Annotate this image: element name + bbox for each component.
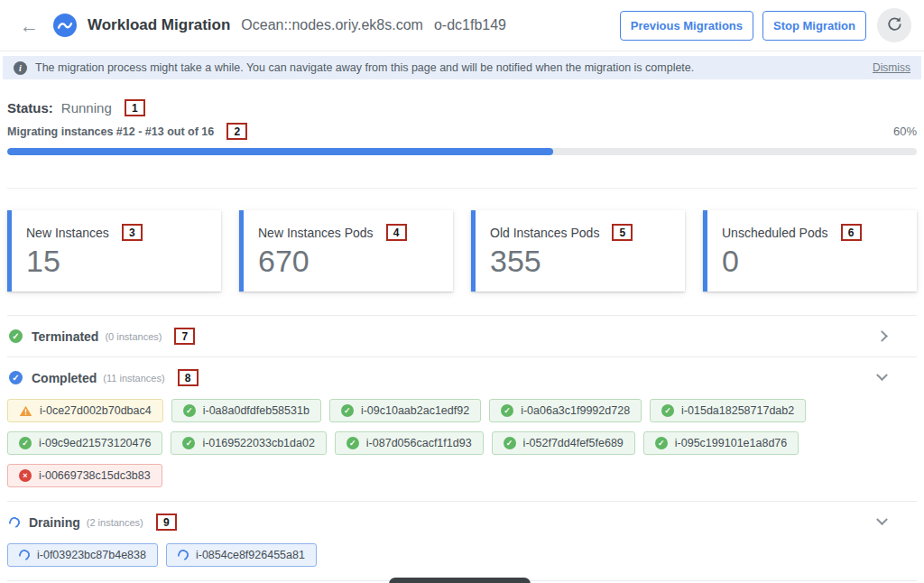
section-title: Draining (29, 515, 80, 530)
section-count: (11 instances) (103, 373, 164, 384)
banner-message: The migration process might take a while… (35, 61, 694, 74)
instance-chip[interactable]: ✓i-0a06a3c1f9992d728 (489, 399, 642, 422)
instance-id: i-0854ce8f926455a81 (196, 549, 305, 561)
instance-chip[interactable]: ✓i-087d056cacf1f1d93 (335, 431, 484, 455)
instance-chip[interactable]: ×i-00669738c15dc3b83 (7, 464, 162, 487)
check-circle-icon: ✓ (501, 404, 513, 417)
status-value: Running (61, 100, 112, 116)
previous-migrations-button[interactable]: Previous Migrations (620, 11, 753, 41)
page-title: Workload Migration (88, 16, 230, 34)
dismiss-link[interactable]: Dismiss (873, 61, 910, 74)
instance-chip[interactable]: ✓i-095c199101e1a8d76 (643, 431, 799, 455)
section-header-completed[interactable]: ✓Completed(11 instances)8 (7, 357, 917, 398)
error-circle-icon: × (19, 469, 32, 482)
instance-id: i-0f03923bc87b4e838 (37, 549, 146, 561)
progress-percent: 60% (893, 125, 917, 138)
progress-fill (7, 148, 553, 155)
annotation-marker-2: 2 (226, 123, 247, 140)
check-circle-icon: ✓ (655, 437, 668, 449)
chevron-right-icon[interactable] (876, 330, 888, 342)
stat-card: New Instances315 (7, 210, 221, 292)
spinner-icon (9, 517, 20, 528)
instance-chip[interactable]: i-0ce27d002b70dbac4 (7, 399, 163, 422)
status-label: Status: (7, 100, 53, 116)
instance-id: i-09c9ed21573120476 (39, 437, 151, 449)
annotation-marker: 3 (122, 224, 143, 241)
stat-cards-row: New Instances315New Instances Pods4670Ol… (7, 210, 917, 292)
section-title: Completed (32, 371, 97, 385)
instance-chip[interactable]: ✓i-09c10aab2ac1edf92 (329, 399, 481, 422)
check-circle-icon: ✓ (19, 437, 32, 449)
section-header-terminated[interactable]: ✓Terminated(0 instances)7 (7, 316, 917, 356)
section-count: (2 instances) (87, 517, 143, 528)
header: ← Workload Migration Ocean::nodes.oriy.e… (0, 0, 924, 51)
check-green-icon: ✓ (9, 329, 23, 343)
annotation-marker: 4 (386, 224, 407, 241)
section-count: (0 instances) (105, 331, 162, 342)
refresh-icon (886, 15, 903, 35)
stat-card-value: 15 (26, 245, 207, 278)
check-circle-icon: ✓ (504, 437, 516, 449)
annotation-marker: 7 (174, 328, 195, 345)
stop-migration-button[interactable]: Stop Migration (762, 11, 866, 41)
stat-card-label: Unscheduled Pods (722, 226, 828, 240)
instance-chip[interactable]: ✓i-015da18258717dab2 (650, 399, 806, 422)
check-circle-icon: ✓ (341, 404, 354, 417)
migration-detail-row: Migrating instances #12 - #13 out of 16 … (7, 123, 917, 140)
instance-id: i-0169522033cb1da02 (202, 437, 314, 449)
stat-card-value: 0 (722, 245, 902, 278)
status-row: Status: Running 1 (7, 99, 917, 116)
instance-chip-list: i-0f03923bc87b4e838i-0854ce8f926455a81 (7, 542, 917, 580)
section-title: Terminated (32, 329, 98, 344)
annotation-marker: 8 (178, 369, 199, 386)
instance-chip[interactable]: i-0f03923bc87b4e838 (7, 543, 158, 567)
section-divider (7, 188, 917, 189)
annotation-marker: 6 (841, 224, 862, 241)
section-completed: ✓Completed(11 instances)8i-0ce27d002b70d… (7, 356, 917, 501)
back-arrow-icon[interactable]: ← (20, 16, 39, 35)
stat-card-value: 355 (490, 245, 670, 278)
instance-chip[interactable]: ✓i-09c9ed21573120476 (7, 431, 162, 455)
spinner-icon (19, 550, 30, 560)
migration-id: o-dc1fb149 (434, 17, 506, 33)
check-circle-icon: ✓ (183, 404, 196, 417)
instance-id: i-0a06a3c1f9992d728 (521, 404, 630, 417)
warning-triangle-icon (19, 404, 32, 418)
instance-id: i-09c10aab2ac1edf92 (361, 404, 469, 417)
section-draining: Draining(2 instances)9i-0f03923bc87b4e83… (7, 501, 917, 580)
stat-card-label: New Instances (26, 226, 109, 240)
stat-card: Old Instances Pods5355 (471, 210, 685, 292)
instance-chip[interactable]: i-0854ce8f926455a81 (166, 543, 317, 567)
check-circle-icon: ✓ (661, 404, 674, 417)
info-icon: i (14, 61, 27, 75)
chevron-down-icon[interactable] (876, 369, 888, 381)
notification-banner: i The migration process might take a whi… (3, 56, 921, 79)
progress-bar (7, 148, 917, 155)
cluster-name: Ocean::nodes.oriy.ek8s.com (241, 17, 423, 33)
annotation-marker: 5 (612, 224, 633, 241)
check-circle-icon: ✓ (182, 437, 195, 449)
instance-id: i-095c199101e1a8d76 (675, 437, 787, 449)
instance-id: i-0a8a0dfdfeb58531b (203, 404, 310, 417)
partial-tooltip (389, 578, 531, 583)
sections: ✓Terminated(0 instances)7✓Completed(11 i… (7, 315, 917, 583)
annotation-marker-1: 1 (125, 99, 145, 116)
ocean-logo-icon (53, 14, 77, 37)
stat-card-value: 670 (258, 245, 439, 278)
instance-chip[interactable]: ✓i-0169522033cb1da02 (171, 431, 326, 455)
instance-id: i-015da18258717dab2 (681, 404, 794, 417)
refresh-button[interactable] (877, 8, 911, 42)
stat-card-label: Old Instances Pods (490, 226, 599, 240)
chevron-down-icon[interactable] (876, 514, 888, 525)
section-terminated: ✓Terminated(0 instances)7 (7, 315, 917, 356)
instance-chip[interactable]: ✓i-0a8a0dfdfeb58531b (171, 399, 321, 422)
migration-detail-text: Migrating instances #12 - #13 out of 16 (7, 125, 214, 138)
check-blue-icon: ✓ (9, 371, 23, 384)
instance-id: i-052f7dd4fef5fe689 (523, 437, 624, 449)
instance-id: i-087d056cacf1f1d93 (366, 437, 472, 449)
spinner-icon (178, 550, 189, 560)
stat-card-label: New Instances Pods (258, 226, 374, 240)
section-header-draining[interactable]: Draining(2 instances)9 (7, 502, 917, 542)
annotation-marker: 9 (156, 514, 177, 531)
instance-chip[interactable]: ✓i-052f7dd4fef5fe689 (492, 431, 635, 455)
